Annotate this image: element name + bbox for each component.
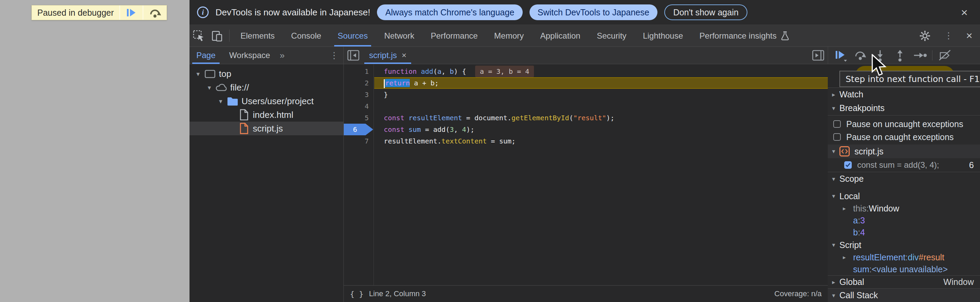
chevron-right-icon[interactable]: ▸	[843, 254, 853, 261]
checkbox-checked[interactable]	[844, 161, 852, 169]
resume-script-execution-button[interactable]	[833, 48, 848, 63]
tab-lighthouse[interactable]: Lighthouse	[635, 25, 691, 46]
token-plain: = sum;	[487, 137, 515, 145]
notification-close-icon[interactable]: ×	[956, 6, 972, 19]
coverage-label: Coverage: n/a	[775, 289, 822, 298]
scope-prop-a[interactable]: a: 3	[828, 215, 980, 226]
pretty-print-icon[interactable]: { }	[350, 290, 364, 298]
tree-item-script-js[interactable]: script.js	[189, 122, 344, 135]
code-area[interactable]: 1234567 function add(a, b) {a = 3, b = 4…	[344, 64, 828, 285]
notification-message: DevTools is now available in Japanese!	[215, 7, 370, 18]
tree-item-file-[interactable]: ▾file://	[189, 81, 344, 94]
scope-prop-this[interactable]: ▸this: Window	[828, 202, 980, 215]
toolbar-divider	[229, 30, 229, 42]
more-tabs-chevron[interactable]: »	[277, 47, 287, 64]
editor-tab-scriptjs[interactable]: script.js ×	[363, 47, 412, 64]
navigator-more-options-button[interactable]: ⋮	[325, 47, 344, 64]
chevron-down-icon[interactable]: ▾	[204, 84, 215, 92]
editor-tab-label: script.js	[369, 51, 397, 60]
token-num: 4	[462, 125, 466, 134]
execution-line-marker[interactable]: 6	[344, 124, 373, 135]
token-kw: const	[384, 114, 404, 122]
chevron-right-icon[interactable]: ▸	[828, 278, 839, 286]
scope-group-global[interactable]: ▸GlobalWindow	[828, 275, 980, 288]
line-number-gutter[interactable]: 1234567	[344, 64, 374, 285]
section-breakpoints[interactable]: ▾ Breakpoints	[828, 101, 980, 115]
scope-group-label: Local	[839, 191, 860, 201]
scope-group-local[interactable]: ▾Local	[828, 190, 980, 202]
line-number[interactable]: 2	[364, 77, 369, 89]
expand-sidebar-button[interactable]	[811, 47, 828, 64]
line-number[interactable]: 3	[364, 89, 369, 100]
collapse-navigator-button[interactable]	[344, 47, 363, 64]
token-plain: ,	[442, 67, 450, 76]
dont-show-again-button[interactable]: Don't show again	[664, 5, 748, 20]
sources-panel-content: ▾top▾file://▾Users/user/projectindex.htm…	[189, 64, 980, 302]
token-str: "result"	[573, 114, 606, 122]
checkbox-unchecked[interactable]	[833, 120, 841, 128]
cursor-position-label: Line 2, Column 3	[369, 289, 426, 298]
chevron-down-icon[interactable]: ▾	[193, 70, 203, 78]
code-editor: 1234567 function add(a, b) {a = 3, b = 4…	[344, 64, 828, 302]
step-over-button[interactable]	[143, 5, 167, 20]
resume-script-button[interactable]	[119, 5, 143, 20]
section-call-stack[interactable]: ▾ Call Stack	[828, 288, 980, 302]
resume-icon	[126, 7, 137, 19]
tree-item-index-html[interactable]: index.html	[189, 108, 344, 122]
line-number[interactable]: 4	[364, 100, 369, 112]
code-line-7: resultElement.textContent = sum;	[374, 135, 828, 147]
token-plain: ,	[454, 125, 462, 134]
tab-elements[interactable]: Elements	[232, 25, 283, 46]
step-over-button[interactable]	[853, 48, 868, 63]
tab-page[interactable]: Page	[189, 47, 222, 64]
tab-security[interactable]: Security	[589, 25, 635, 46]
navigator-toolbar: Page Workspace » ⋮	[189, 47, 344, 64]
scope-tree: ▾Local▸this: Windowa: 3b: 4▾Script▸resul…	[828, 185, 980, 288]
tab-workspace[interactable]: Workspace	[222, 47, 277, 64]
tree-item-users-user-project[interactable]: ▾Users/user/project	[189, 94, 344, 108]
chevron-down-icon[interactable]: ▾	[828, 241, 839, 249]
tab-sources[interactable]: Sources	[329, 25, 376, 46]
scope-prop-resultElement[interactable]: ▸resultElement: div#result	[828, 251, 980, 263]
checkbox-unchecked[interactable]	[833, 133, 841, 141]
chevron-down-icon[interactable]: ▾	[215, 97, 226, 105]
tab-performance-insights[interactable]: Performance insights	[691, 25, 798, 46]
prop-colon: :	[869, 264, 872, 274]
close-tab-icon[interactable]: ×	[402, 51, 406, 60]
breakpoint-file-group[interactable]: ▾ script.js	[828, 144, 980, 158]
tab-network[interactable]: Network	[376, 25, 422, 46]
paused-in-debugger-banner: Paused in debugger	[32, 5, 167, 20]
token-plain: = document.	[462, 114, 512, 122]
step-out-button[interactable]	[892, 48, 907, 63]
line-number[interactable]: 7	[364, 135, 369, 147]
inspect-element-button[interactable]	[189, 25, 208, 46]
tab-performance[interactable]: Performance	[422, 25, 486, 46]
always-match-language-button[interactable]: Always match Chrome's language	[377, 5, 522, 20]
option-pause-on-caught-exceptions[interactable]: Pause on caught exceptions	[828, 131, 980, 144]
token-ret: return	[385, 79, 410, 87]
tab-memory[interactable]: Memory	[486, 25, 532, 46]
scope-prop-b[interactable]: b: 4	[828, 226, 980, 239]
scope-group-script[interactable]: ▾Script	[828, 239, 980, 251]
editor-status-bar: { } Line 2, Column 3 Coverage: n/a	[344, 285, 828, 302]
option-pause-on-uncaught-exceptions[interactable]: Pause on uncaught exceptions	[828, 117, 980, 131]
step-button[interactable]	[912, 48, 928, 63]
line-number[interactable]: 1	[364, 66, 369, 77]
more-options-button[interactable]: ⋮	[935, 30, 962, 41]
settings-button[interactable]	[915, 30, 935, 42]
chevron-right-icon[interactable]: ▸	[843, 205, 853, 212]
chevron-down-icon[interactable]: ▾	[828, 192, 839, 200]
tree-item-top[interactable]: ▾top	[189, 67, 344, 81]
section-watch[interactable]: ▸ Watch	[828, 87, 980, 101]
toggle-device-toolbar-button[interactable]	[208, 25, 226, 46]
deactivate-breakpoints-button[interactable]	[937, 48, 952, 63]
breakpoint-entry[interactable]: const sum = add(3, 4);6	[828, 158, 980, 172]
scope-prop-sum[interactable]: sum: <value unavailable>	[828, 263, 980, 275]
close-devtools-button[interactable]: ×	[962, 29, 977, 42]
line-number[interactable]: 5	[364, 112, 369, 124]
tab-console[interactable]: Console	[283, 25, 329, 46]
prop-name: resultElement	[853, 253, 905, 262]
section-scope[interactable]: ▾ Scope	[828, 172, 980, 185]
switch-to-japanese-button[interactable]: Switch DevTools to Japanese	[530, 5, 658, 20]
tab-application[interactable]: Application	[532, 25, 588, 46]
